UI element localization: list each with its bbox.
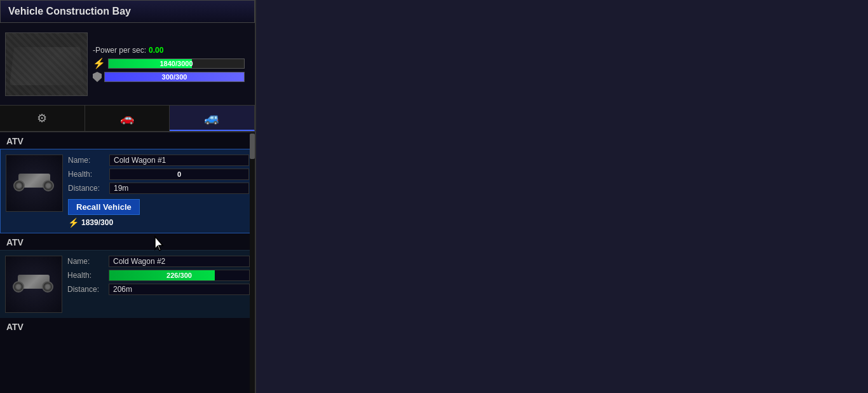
scrollbar-track[interactable]	[250, 132, 255, 393]
name-label-1: Name:	[68, 156, 109, 165]
power-stat-row: -Power per sec: 0.00	[93, 46, 245, 55]
settings-icon: ⚙	[37, 111, 47, 125]
right-area	[256, 0, 868, 393]
vehicle-thumb-1	[6, 155, 63, 212]
preview-area: -Power per sec: 0.00 ⚡ 1840/3000 300/300	[0, 23, 255, 106]
tab-vehicle[interactable]: 🚗	[85, 106, 170, 131]
lightning-icon: ⚡	[93, 57, 105, 69]
shield-bar-label: 300/300	[162, 73, 187, 81]
health-bar-2: 226/300	[109, 270, 250, 281]
vehicle-card-1: Name: Cold Wagon #1 Health: 0 Distance: …	[0, 149, 255, 233]
atv-shape-2	[11, 268, 56, 300]
tabs-row: ⚙ 🚗 🚙	[0, 106, 255, 132]
vehicle-thumb-2	[5, 256, 62, 313]
health-bar-fill-2	[109, 270, 215, 280]
lightning-icon-cost-1: ⚡	[68, 217, 79, 228]
vehicle-info-2: Name: Cold Wagon #2 Health: 226/300 Dist…	[67, 256, 250, 295]
name-row-1: Name: Cold Wagon #1	[68, 155, 249, 166]
name-value-2: Cold Wagon #2	[109, 256, 250, 267]
health-bar-label-2: 226/300	[166, 272, 192, 279]
stats-area: -Power per sec: 0.00 ⚡ 1840/3000 300/300	[88, 43, 250, 85]
health-label-2: Health:	[67, 271, 109, 280]
preview-image	[5, 32, 88, 96]
power-cost-row-1: ⚡ 1839/300	[68, 217, 249, 228]
health-bar-label-1: 0	[177, 170, 181, 178]
shield-icon	[93, 72, 102, 82]
distance-value-1: 19m	[109, 183, 249, 194]
energy-bar-label: 1840/3000	[160, 60, 193, 67]
vehicle-construction-panel: Vehicle Construction Bay -Power per sec:…	[0, 0, 256, 393]
vehicle-section-label-3: ATV	[0, 318, 255, 334]
atv-shape-1	[12, 167, 57, 199]
shield-bar-row: 300/300	[93, 72, 245, 82]
vehicle-list[interactable]: ATV Name: Cold Wagon #1 Health:	[0, 132, 255, 393]
tab-settings[interactable]: ⚙	[0, 106, 85, 131]
distance-value-2: 206m	[109, 284, 250, 295]
vehicle-icon: 🚗	[120, 111, 134, 125]
garage-icon: 🚙	[204, 110, 220, 125]
distance-row-1: Distance: 19m	[68, 183, 249, 194]
distance-label-2: Distance:	[67, 285, 109, 294]
energy-bar-row: ⚡ 1840/3000	[93, 57, 245, 69]
vehicle-section-label-2: ATV	[0, 233, 255, 250]
energy-bar: 1840/3000	[108, 59, 245, 69]
health-bar-1: 0	[109, 169, 249, 180]
health-row-1: Health: 0	[68, 169, 249, 180]
power-label: -Power per sec:	[93, 46, 146, 55]
tab-garage[interactable]: 🚙	[170, 106, 255, 131]
name-value-1: Cold Wagon #1	[109, 155, 249, 166]
panel-title: Vehicle Construction Bay	[0, 0, 255, 23]
vehicle-section-label-1: ATV	[0, 132, 255, 149]
recall-vehicle-button-1[interactable]: Recall Vehicle	[68, 199, 140, 215]
vehicle-info-1: Name: Cold Wagon #1 Health: 0 Distance: …	[68, 155, 249, 228]
distance-label-1: Distance:	[68, 184, 109, 193]
power-value: 0.00	[149, 46, 163, 55]
shield-bar: 300/300	[104, 72, 245, 82]
name-label-2: Name:	[67, 257, 109, 266]
power-cost-value-1: 1839/300	[81, 218, 113, 227]
health-label-1: Health:	[68, 170, 109, 179]
health-row-2: Health: 226/300	[67, 270, 250, 281]
distance-row-2: Distance: 206m	[67, 284, 250, 295]
name-row-2: Name: Cold Wagon #2	[67, 256, 250, 267]
scrollbar-thumb[interactable]	[250, 134, 255, 159]
vehicle-card-2: Name: Cold Wagon #2 Health: 226/300 Dist…	[0, 250, 255, 318]
